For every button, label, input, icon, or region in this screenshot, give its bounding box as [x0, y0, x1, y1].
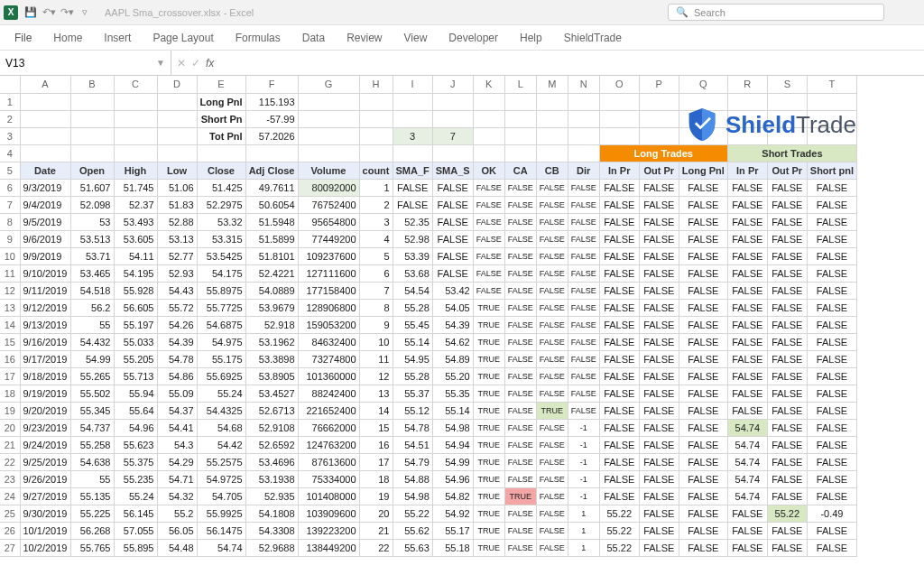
data-cell[interactable]: FALSE: [807, 453, 856, 470]
data-cell[interactable]: FALSE: [639, 385, 679, 402]
data-cell[interactable]: FALSE: [639, 350, 679, 367]
data-cell[interactable]: 9/3/2019: [20, 179, 70, 196]
data-cell[interactable]: 56.1475: [197, 522, 245, 539]
data-cell[interactable]: FALSE: [432, 179, 473, 196]
data-cell[interactable]: 53.513: [70, 230, 114, 247]
col-header[interactable]: F: [245, 76, 298, 93]
col-header[interactable]: M: [536, 76, 568, 93]
cell[interactable]: [114, 144, 157, 162]
data-cell[interactable]: FALSE: [536, 470, 568, 487]
data-cell[interactable]: FALSE: [599, 299, 639, 316]
data-cell[interactable]: FALSE: [393, 179, 432, 196]
data-cell[interactable]: FALSE: [679, 487, 727, 505]
data-cell[interactable]: 9/6/2019: [20, 230, 70, 247]
data-cell[interactable]: FALSE: [568, 264, 599, 282]
cell[interactable]: [432, 93, 473, 110]
data-cell[interactable]: 55.895: [114, 539, 157, 556]
data-cell[interactable]: FALSE: [727, 282, 767, 299]
data-cell[interactable]: 16: [359, 436, 393, 453]
data-cell[interactable]: FALSE: [536, 230, 568, 247]
data-cell[interactable]: 159053200: [298, 316, 359, 333]
data-cell[interactable]: TRUE: [473, 436, 504, 453]
data-header[interactable]: Out Pr: [639, 162, 679, 179]
data-cell[interactable]: 55.928: [114, 282, 157, 299]
data-cell[interactable]: 55.502: [70, 385, 114, 402]
data-cell[interactable]: 55.20: [432, 367, 473, 385]
data-cell[interactable]: 15: [359, 419, 393, 436]
cell[interactable]: [298, 144, 359, 162]
count-1[interactable]: 3: [393, 127, 432, 144]
data-header[interactable]: Long Pnl: [679, 162, 727, 179]
data-cell[interactable]: 56.268: [70, 522, 114, 539]
data-cell[interactable]: FALSE: [807, 264, 856, 282]
data-cell[interactable]: FALSE: [504, 230, 536, 247]
data-header[interactable]: Out Pr: [767, 162, 807, 179]
data-cell[interactable]: 52.37: [114, 196, 157, 213]
cell[interactable]: [393, 110, 432, 127]
data-cell[interactable]: FALSE: [679, 505, 727, 522]
data-cell[interactable]: FALSE: [679, 522, 727, 539]
data-cell[interactable]: FALSE: [727, 350, 767, 367]
data-cell[interactable]: 55.72: [157, 299, 197, 316]
row-header[interactable]: 25: [0, 505, 20, 522]
data-cell[interactable]: FALSE: [639, 419, 679, 436]
data-cell[interactable]: FALSE: [473, 179, 504, 196]
data-cell[interactable]: FALSE: [767, 333, 807, 350]
row-header[interactable]: 19: [0, 402, 20, 419]
data-cell[interactable]: 57.055: [114, 522, 157, 539]
data-cell[interactable]: FALSE: [727, 196, 767, 213]
data-cell[interactable]: FALSE: [568, 196, 599, 213]
data-cell[interactable]: 55.28: [393, 367, 432, 385]
row-header[interactable]: 6: [0, 179, 20, 196]
data-cell[interactable]: 9/27/2019: [20, 487, 70, 505]
data-cell[interactable]: FALSE: [536, 316, 568, 333]
row-header[interactable]: 1: [0, 93, 20, 110]
data-cell[interactable]: 54.62: [432, 333, 473, 350]
data-cell[interactable]: 55.375: [114, 453, 157, 470]
data-cell[interactable]: 95654800: [298, 213, 359, 230]
data-cell[interactable]: 53.4696: [245, 453, 298, 470]
search-box[interactable]: 🔍 Search: [668, 4, 884, 21]
data-cell[interactable]: FALSE: [599, 282, 639, 299]
data-cell[interactable]: 51.5899: [245, 230, 298, 247]
cell[interactable]: [639, 93, 679, 110]
data-cell[interactable]: 20: [359, 505, 393, 522]
data-cell[interactable]: FALSE: [767, 179, 807, 196]
data-cell[interactable]: FALSE: [504, 316, 536, 333]
data-cell[interactable]: 55.64: [114, 402, 157, 419]
data-cell[interactable]: FALSE: [679, 213, 727, 230]
data-cell[interactable]: FALSE: [599, 470, 639, 487]
cell[interactable]: [20, 110, 70, 127]
data-header[interactable]: SMA_S: [432, 162, 473, 179]
data-cell[interactable]: FALSE: [504, 196, 536, 213]
data-cell[interactable]: FALSE: [639, 453, 679, 470]
worksheet-grid[interactable]: ABCDEFGHIJKLMNOPQRST1Long Pnl115.1932Sho…: [0, 76, 924, 582]
cell[interactable]: [70, 127, 114, 144]
data-cell[interactable]: 55.12: [393, 402, 432, 419]
data-cell[interactable]: FALSE: [767, 487, 807, 505]
cell[interactable]: [20, 144, 70, 162]
row-header[interactable]: 5: [0, 162, 20, 179]
data-cell[interactable]: FALSE: [599, 264, 639, 282]
data-cell[interactable]: FALSE: [536, 350, 568, 367]
data-cell[interactable]: TRUE: [473, 470, 504, 487]
data-cell[interactable]: FALSE: [599, 247, 639, 264]
data-cell[interactable]: FALSE: [679, 419, 727, 436]
long-pnl-label[interactable]: Long Pnl: [197, 93, 245, 110]
data-cell[interactable]: FALSE: [536, 213, 568, 230]
data-cell[interactable]: FALSE: [639, 333, 679, 350]
data-header[interactable]: CA: [504, 162, 536, 179]
data-header[interactable]: Open: [70, 162, 114, 179]
row-header[interactable]: 9: [0, 230, 20, 247]
data-cell[interactable]: FALSE: [807, 470, 856, 487]
cell[interactable]: [536, 127, 568, 144]
cell[interactable]: [536, 93, 568, 110]
data-cell[interactable]: FALSE: [536, 487, 568, 505]
data-cell[interactable]: FALSE: [679, 282, 727, 299]
data-cell[interactable]: FALSE: [807, 179, 856, 196]
data-cell[interactable]: -1: [568, 487, 599, 505]
data-cell[interactable]: FALSE: [599, 316, 639, 333]
col-header[interactable]: P: [639, 76, 679, 93]
data-cell[interactable]: FALSE: [679, 196, 727, 213]
data-cell[interactable]: 11: [359, 350, 393, 367]
